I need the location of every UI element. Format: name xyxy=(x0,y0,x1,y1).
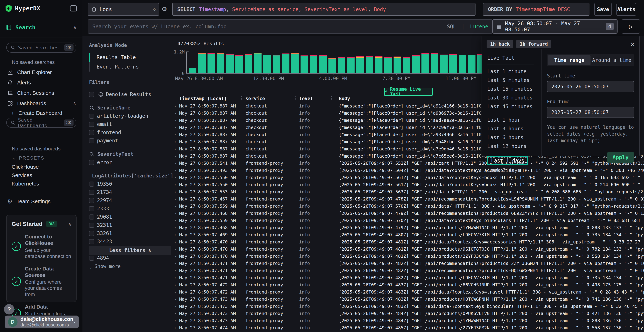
chart-bar[interactable] xyxy=(422,53,429,73)
col-timestamp[interactable]: Timestamp (Local) xyxy=(179,96,227,101)
table-row[interactable]: ›May 27 8:50:07.553 AMfrontend-proxyinfo… xyxy=(0,188,644,195)
table-row[interactable]: ›May 27 8:50:07.550 AMfrontend-proxyinfo… xyxy=(0,174,644,181)
row-expand-chevron[interactable]: › xyxy=(174,175,176,180)
table-row[interactable]: ›May 27 8:50:07.470 AMfrontend-proxyinfo… xyxy=(0,252,644,260)
row-expand-chevron[interactable]: › xyxy=(174,232,176,237)
time-option-last-5-minutes[interactable]: Last 5 minutes xyxy=(487,76,542,84)
chart-bar[interactable] xyxy=(198,53,206,73)
get-started-step[interactable]: ✓ Create Data SourcesConfigure where you… xyxy=(12,266,71,298)
row-expand-chevron[interactable]: › xyxy=(174,296,176,302)
get-started-header[interactable]: Get Started 3/3 ∧ xyxy=(12,220,71,227)
chart-bar[interactable] xyxy=(300,56,308,73)
table-row[interactable]: ›May 27 8:50:07.474 AMfrontend-proxyinfo… xyxy=(0,324,644,331)
sidebar-item-services[interactable]: Services xyxy=(12,172,32,178)
table-row[interactable]: ›May 27 8:50:07.471 AMfrontend-proxyinfo… xyxy=(0,267,644,274)
chart-bar[interactable] xyxy=(384,57,392,73)
row-expand-chevron[interactable]: › xyxy=(174,110,176,116)
help-button[interactable]: ? xyxy=(4,304,14,314)
table-row[interactable]: ›May 27 8:50:07.473 AMfrontend-proxyinfo… xyxy=(0,310,644,317)
start-time-input[interactable]: 2025-05-26 08:50:07 xyxy=(547,81,634,92)
row-expand-chevron[interactable]: › xyxy=(174,168,176,173)
chart-bar[interactable] xyxy=(375,56,382,73)
table-row[interactable]: ›May 27 8:50:07.473 AMfrontend-proxyinfo… xyxy=(0,317,644,324)
time-option-live-tail[interactable]: Live Tail xyxy=(487,54,542,62)
row-expand-chevron[interactable]: › xyxy=(174,211,176,216)
chart-bar[interactable] xyxy=(217,53,224,73)
time-option-last-6-hours[interactable]: Last 6 hours xyxy=(487,133,542,142)
table-row[interactable]: ›May 27 8:50:07.470 AMfrontend-proxyinfo… xyxy=(0,238,644,246)
apply-button[interactable]: Apply xyxy=(607,152,634,162)
row-expand-chevron[interactable]: › xyxy=(174,196,176,202)
chart-bar[interactable] xyxy=(338,57,345,73)
saved-dashboards-input[interactable]: Saved Dashboards ⌘K xyxy=(6,118,76,128)
chart-bar[interactable] xyxy=(208,53,215,73)
chart-bar[interactable] xyxy=(273,55,280,73)
sql-mode-toggle[interactable]: SQL xyxy=(447,24,456,30)
row-expand-chevron[interactable]: › xyxy=(174,154,176,159)
save-button[interactable]: Save xyxy=(594,3,612,16)
row-expand-chevron[interactable]: › xyxy=(174,125,176,130)
time-option-last-15-minutes[interactable]: Last 15 minutes xyxy=(487,84,542,94)
col-level[interactable]: level xyxy=(299,96,313,101)
table-row[interactable]: ›May 27 8:50:07.472 AMfrontend-proxyinfo… xyxy=(0,288,644,296)
lucene-search-input[interactable]: Search your events w/ Lucene ex. column:… xyxy=(88,19,493,34)
table-row[interactable]: ›May 27 8:50:07.550 AMfrontend-proxyinfo… xyxy=(0,181,644,188)
row-expand-chevron[interactable]: › xyxy=(174,282,176,288)
table-row[interactable]: ›May 27 8:50:07.541 AMfrontend-proxyinfo… xyxy=(0,160,644,167)
source-select[interactable]: Logs ◇ xyxy=(88,3,159,16)
chart-bar[interactable] xyxy=(449,54,457,73)
tab-time-range[interactable]: Time range xyxy=(548,55,590,65)
source-settings-gear-icon[interactable]: ⚙ xyxy=(162,5,166,12)
table-row[interactable]: ›May 27 8:50:07.559 AMfrontend-proxyinfo… xyxy=(0,202,644,210)
sidebar-item-team-settings[interactable]: ⚙ Team Settings xyxy=(0,197,82,206)
chart-bar[interactable] xyxy=(310,55,317,73)
lucene-mode-toggle[interactable]: Lucene xyxy=(470,24,488,30)
table-row[interactable]: ›May 27 8:50:07.471 AMfrontend-proxyinfo… xyxy=(0,260,644,267)
table-row[interactable]: ›May 27 8:50:07.473 AMfrontend-proxyinfo… xyxy=(0,296,644,303)
saved-searches-input[interactable]: Saved Searches ⌘K xyxy=(6,42,76,52)
tab-around-a-time[interactable]: Around a time xyxy=(590,55,633,65)
close-icon[interactable]: × xyxy=(630,40,635,48)
row-expand-chevron[interactable]: › xyxy=(174,225,176,230)
row-expand-chevron[interactable]: › xyxy=(174,104,176,108)
col-body[interactable]: Body xyxy=(339,96,350,101)
row-expand-chevron[interactable]: › xyxy=(174,146,176,152)
presets-section[interactable]: ⌄PRESETS xyxy=(12,155,44,161)
date-range-input[interactable]: May 26 08:50:07 - May 27 08:50:07 d xyxy=(492,19,618,34)
chart-bar[interactable] xyxy=(245,54,252,73)
one-hour-back-button[interactable]: 1h back xyxy=(486,40,514,48)
chart-bar[interactable] xyxy=(347,57,354,73)
chart-bar[interactable] xyxy=(394,56,401,73)
time-option-last-2-days[interactable]: Last 2 days xyxy=(487,166,542,174)
time-option-last-12-hours[interactable]: Last 12 hours xyxy=(487,142,542,150)
chart-bar[interactable] xyxy=(319,55,327,73)
chart-bar[interactable] xyxy=(403,57,410,73)
col-service[interactable]: service xyxy=(246,96,265,101)
chart-bar[interactable] xyxy=(356,56,364,73)
chevron-up-icon[interactable]: ∧ xyxy=(73,24,76,30)
table-row[interactable]: ›May 27 8:50:07.471 AMfrontend-proxyinfo… xyxy=(0,274,644,281)
sidebar-item-dashboards[interactable]: Dashboards ∧ xyxy=(0,99,82,108)
row-expand-chevron[interactable]: › xyxy=(174,325,176,330)
table-row[interactable]: ›May 27 8:50:07.468 AMfrontend-proxyinfo… xyxy=(0,224,644,231)
get-started-step[interactable]: ✓ Connect to ClickHouseSet up your datab… xyxy=(12,234,71,260)
table-row[interactable]: ›May 27 8:50:07.469 AMfrontend-proxyinfo… xyxy=(0,231,644,238)
chart-bar[interactable] xyxy=(226,54,234,73)
sidebar-item-alerts[interactable]: Alerts xyxy=(0,78,82,87)
chart-bar[interactable] xyxy=(412,55,420,73)
row-expand-chevron[interactable]: › xyxy=(174,261,176,266)
chart-bar[interactable] xyxy=(263,55,271,73)
chart-bar[interactable] xyxy=(431,53,438,73)
row-expand-chevron[interactable]: › xyxy=(174,182,176,187)
sidebar-collapse-icon[interactable] xyxy=(70,5,77,12)
row-expand-chevron[interactable]: › xyxy=(174,304,176,309)
table-row[interactable]: ›May 27 8:50:07.473 AMfrontend-proxyinfo… xyxy=(0,303,644,310)
one-hour-forward-button[interactable]: 1h forward xyxy=(516,40,552,48)
sidebar-item-client-sessions[interactable]: Client Sessions xyxy=(0,88,82,98)
chart-bar[interactable] xyxy=(468,55,476,73)
end-time-input[interactable]: 2025-05-27 08:50:07 xyxy=(547,107,634,118)
row-expand-chevron[interactable]: › xyxy=(174,161,176,166)
row-expand-chevron[interactable]: › xyxy=(174,204,176,209)
chart-bar[interactable] xyxy=(459,55,466,73)
row-expand-chevron[interactable]: › xyxy=(174,311,176,316)
